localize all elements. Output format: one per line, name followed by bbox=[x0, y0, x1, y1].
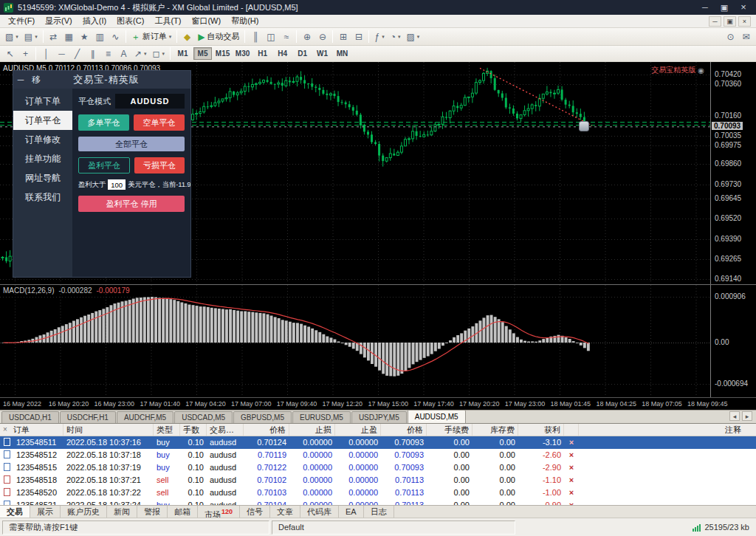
auto-trading-button[interactable]: ▶自动交易 bbox=[195, 30, 242, 44]
terminal-tab-EA[interactable]: EA bbox=[339, 506, 364, 518]
arrows-tool[interactable]: ↗▾ bbox=[131, 47, 150, 61]
close-order-button[interactable]: × bbox=[564, 474, 579, 487]
menu-item-2[interactable]: 插入(I) bbox=[78, 15, 111, 27]
trendline-tool[interactable]: ╱ bbox=[69, 47, 85, 61]
chart-tab-usdcad-h1[interactable]: USDCAD,H1 bbox=[1, 411, 59, 423]
ea-nav-订单修改[interactable]: 订单修改 bbox=[13, 130, 72, 149]
terminal-tab-信号[interactable]: 信号 bbox=[240, 506, 270, 518]
close-long-button[interactable]: 多单平仓 bbox=[78, 114, 129, 131]
timeframe-m30[interactable]: M30 bbox=[233, 47, 252, 60]
fibonacci-tool[interactable]: ≡ bbox=[100, 47, 116, 61]
menu-item-4[interactable]: 工具(T) bbox=[149, 15, 186, 27]
chart-event-marker[interactable] bbox=[579, 121, 589, 131]
close-terminal-button[interactable]: × bbox=[3, 426, 7, 433]
bar-chart-button[interactable]: ║ bbox=[247, 30, 263, 44]
data-window-button[interactable]: ▦ bbox=[61, 30, 77, 44]
ea-nav-订单平仓[interactable]: 订单平仓 bbox=[13, 111, 72, 130]
price-axis[interactable]: 0.704200.703600.701600.700350.699750.698… bbox=[710, 62, 756, 284]
templates-button[interactable]: ▨▾ bbox=[403, 30, 422, 44]
close-order-button[interactable]: × bbox=[564, 449, 579, 461]
new-chart-button[interactable]: ▧▾ bbox=[2, 30, 21, 44]
terminal-tab-日志[interactable]: 日志 bbox=[364, 506, 394, 518]
close-all-button[interactable]: 全部平仓 bbox=[78, 137, 185, 151]
crosshair-tool[interactable]: + bbox=[18, 47, 33, 61]
ea-nav-订单下单[interactable]: 订单下单 bbox=[13, 92, 72, 111]
tab-scroll-right-button[interactable]: ▸ bbox=[742, 411, 752, 421]
timeframe-d1[interactable]: D1 bbox=[293, 47, 312, 60]
symbol-select[interactable]: AUDUSD bbox=[115, 94, 185, 109]
timeframe-w1[interactable]: W1 bbox=[313, 47, 331, 60]
timeframe-h1[interactable]: H1 bbox=[253, 47, 272, 60]
new-order-button[interactable]: ＋新订单▾ bbox=[128, 30, 175, 44]
time-axis[interactable]: 16 May 202216 May 20:2016 May 23:0017 Ma… bbox=[0, 397, 756, 410]
chart-tab-eurusd-m5[interactable]: EURUSD,M5 bbox=[292, 411, 351, 423]
ea-minimize-button[interactable]: ─ bbox=[13, 75, 28, 85]
metaeditor-button[interactable]: ◆ bbox=[179, 30, 195, 44]
terminal-tab-展示[interactable]: 展示 bbox=[30, 506, 61, 518]
terminal-tab-警报[interactable]: 警报 bbox=[137, 506, 168, 518]
macd-axis[interactable]: 0.0009060.00-0.000694 bbox=[710, 285, 756, 397]
chart-tab-audusd-m5[interactable]: AUDUSD,M5 bbox=[408, 410, 466, 423]
chart-tab-usdjpy-m5[interactable]: USDJPY,M5 bbox=[351, 411, 407, 423]
chart-tab-usdchf-h1[interactable]: USDCHF,H1 bbox=[60, 411, 116, 423]
community-button[interactable]: ✉ bbox=[738, 30, 754, 44]
menu-item-0[interactable]: 文件(F) bbox=[3, 15, 40, 27]
periods-button[interactable]: ◔▾ bbox=[388, 30, 404, 44]
terminal-tab-邮箱[interactable]: 邮箱 bbox=[168, 506, 198, 518]
candlestick-button[interactable]: ◫ bbox=[263, 30, 278, 44]
chart-tab-gbpusd-m5[interactable]: GBPUSD,M5 bbox=[233, 411, 292, 423]
chart-tab-audchf-m5[interactable]: AUDCHF,M5 bbox=[117, 411, 173, 423]
mdi-close-button[interactable]: × bbox=[738, 16, 751, 27]
terminal-tab-账户历史[interactable]: 账户历史 bbox=[61, 506, 107, 518]
ea-nav-网址导航[interactable]: 网址导航 bbox=[13, 168, 72, 188]
timeframe-m15[interactable]: M15 bbox=[213, 47, 232, 60]
menu-item-5[interactable]: 窗口(W) bbox=[186, 15, 226, 27]
cascade-windows-button[interactable]: ⊟ bbox=[351, 30, 366, 44]
terminal-tab-新闻[interactable]: 新闻 bbox=[107, 506, 137, 518]
strategy-tester-button[interactable]: ∿ bbox=[108, 30, 123, 44]
order-row-123548518[interactable]: 1235485182022.05.18 10:37:21sell0.10audu… bbox=[0, 474, 756, 487]
menu-item-6[interactable]: 帮助(H) bbox=[226, 15, 264, 27]
profit-close-toggle-button[interactable]: 盈利平仓 停用 bbox=[78, 196, 185, 212]
close-order-button[interactable]: × bbox=[564, 487, 579, 499]
mdi-restore-button[interactable]: ▣ bbox=[724, 16, 736, 27]
restore-button[interactable]: ▣ bbox=[715, 2, 733, 13]
order-row-123548515[interactable]: 1235485152022.05.18 10:37:19buy0.10audus… bbox=[0, 461, 756, 474]
chart-tab-usdcad-m5[interactable]: USDCAD,M5 bbox=[174, 411, 233, 423]
ea-move-button[interactable]: 移 bbox=[28, 74, 44, 86]
terminal-tab-市场[interactable]: 市场120 bbox=[198, 506, 240, 518]
mdi-minimize-button[interactable]: ─ bbox=[709, 16, 721, 27]
close-order-button[interactable]: × bbox=[564, 436, 579, 449]
menu-item-3[interactable]: 图表(C) bbox=[111, 15, 149, 27]
tab-scroll-left-button[interactable]: ◂ bbox=[729, 411, 740, 421]
channel-tool[interactable]: ∥ bbox=[85, 47, 100, 61]
close-short-button[interactable]: 空单平仓 bbox=[134, 114, 185, 131]
terminal-tab-交易[interactable]: 交易 bbox=[0, 506, 30, 518]
text-tool[interactable]: A bbox=[116, 47, 131, 61]
vertical-line-tool[interactable]: │ bbox=[38, 47, 54, 61]
ea-nav-挂单功能[interactable]: 挂单功能 bbox=[13, 149, 72, 168]
close-order-button[interactable]: × bbox=[564, 499, 579, 505]
order-row-123548512[interactable]: 1235485122022.05.18 10:37:18buy0.10audus… bbox=[0, 449, 756, 461]
search-button[interactable]: ⊙ bbox=[723, 30, 738, 44]
minimize-button[interactable]: ─ bbox=[696, 2, 714, 13]
status-profile[interactable]: Default bbox=[272, 520, 515, 535]
close-profit-button[interactable]: 盈利平仓 bbox=[78, 157, 130, 173]
ea-nav-联系我们[interactable]: 联系我们 bbox=[13, 188, 72, 207]
horizontal-line-tool[interactable]: ─ bbox=[54, 47, 69, 61]
order-row-123548511[interactable]: 1235485112022.05.18 10:37:16buy0.10audus… bbox=[0, 436, 756, 449]
close-loss-button[interactable]: 亏损平仓 bbox=[134, 157, 185, 173]
timeframe-h4[interactable]: H4 bbox=[273, 47, 292, 60]
line-chart-button[interactable]: ≈ bbox=[278, 30, 294, 44]
timeframe-m1[interactable]: M1 bbox=[173, 47, 192, 60]
ea-badge-icon[interactable]: ◉ bbox=[698, 66, 704, 75]
menu-item-1[interactable]: 显示(V) bbox=[40, 15, 78, 27]
profiles-button[interactable]: ▤▾ bbox=[21, 30, 41, 44]
indicators-button[interactable]: ƒ▾ bbox=[371, 30, 387, 44]
tile-windows-button[interactable]: ⊞ bbox=[335, 30, 351, 44]
terminal-button[interactable]: ▥ bbox=[92, 30, 108, 44]
timeframe-m5[interactable]: M5 bbox=[193, 47, 212, 60]
order-row-123548520[interactable]: 1235485202022.05.18 10:37:22sell0.10audu… bbox=[0, 487, 756, 499]
close-button[interactable]: × bbox=[735, 2, 752, 13]
shapes-tool[interactable]: ◻▾ bbox=[150, 47, 168, 61]
